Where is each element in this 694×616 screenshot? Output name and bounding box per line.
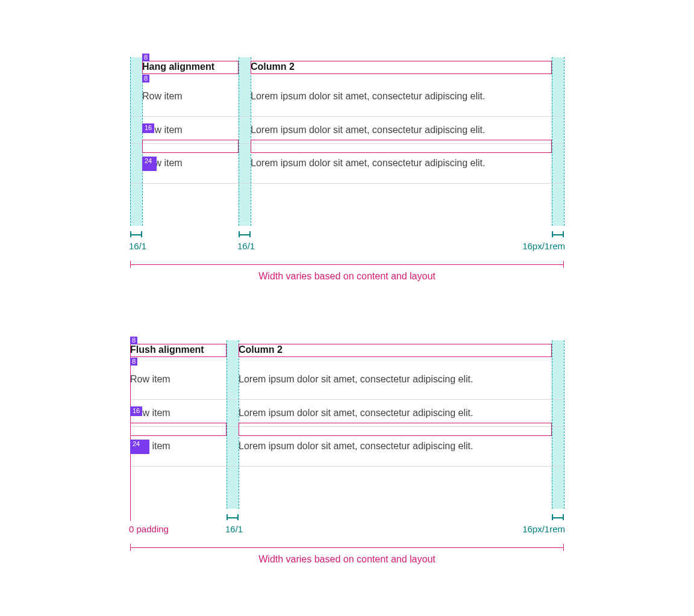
dim-tick <box>130 232 142 238</box>
table-row: Row item Lorem ipsum dolor sit amet, con… <box>130 117 564 145</box>
rail <box>142 57 143 226</box>
width-caption: Width varies based on content and layout <box>130 554 564 565</box>
stage: Hang alignment Column 2 Row item Lorem i… <box>130 57 564 226</box>
table-row: Row item Lorem ipsum dolor sit amet, con… <box>130 427 564 467</box>
cell-col2: Lorem ipsum dolor sit amet, consectetur … <box>239 144 564 183</box>
measure-chip-8: 8 <box>142 75 149 82</box>
dim-label-zero: 0 padding <box>129 524 169 534</box>
dim-label-mid: 16/1 <box>237 241 255 251</box>
cell-col1: Row item <box>130 400 227 427</box>
rail <box>564 340 564 509</box>
measure-chip-24: 24 <box>143 157 154 165</box>
rail <box>130 57 131 226</box>
dim-tick <box>239 232 251 238</box>
table-row: Row item Lorem ipsum dolor sit amet, con… <box>130 144 564 184</box>
dim-tick <box>552 515 564 521</box>
dim-label-right: 16px/1rem <box>522 524 565 534</box>
dim-label-right: 16px/1rem <box>522 241 565 251</box>
measure-chip-8: 8 <box>130 358 137 366</box>
dim-tick <box>552 232 564 238</box>
rail <box>552 57 552 226</box>
measure-chip-24: 24 <box>131 440 142 448</box>
width-caption: Width varies based on content and layout <box>130 271 564 282</box>
col-header-2: Column 2 <box>227 340 564 360</box>
dim-label-mid: 16/1 <box>225 524 243 534</box>
table-row: Row item Lorem ipsum dolor sit amet, con… <box>130 77 564 117</box>
rail <box>239 57 239 226</box>
dim-tick <box>227 515 239 521</box>
stage: Flush alignment Column 2 Row item Lorem … <box>130 340 564 509</box>
rail <box>251 57 251 226</box>
full-width-dim <box>130 262 564 268</box>
table-row: Row item Lorem ipsum dolor sit amet, con… <box>130 400 564 428</box>
cell-col2: Lorem ipsum dolor sit amet, consectetur … <box>227 400 564 427</box>
cell-col2: Lorem ipsum dolor sit amet, consectetur … <box>239 117 564 144</box>
rail <box>239 340 239 509</box>
rail <box>552 340 552 509</box>
flush-alignment-diagram: Flush alignment Column 2 Row item Lorem … <box>130 340 564 509</box>
cell-col2: Lorem ipsum dolor sit amet, consectetur … <box>227 360 564 399</box>
cell-col1: Row item <box>130 77 239 116</box>
table-row: Row item Lorem ipsum dolor sit amet, con… <box>130 360 564 400</box>
full-width-dim <box>130 545 564 551</box>
rail <box>564 57 564 226</box>
data-table: Hang alignment Column 2 Row item Lorem i… <box>130 57 564 184</box>
cell-col1: Row item <box>130 360 227 399</box>
left-zero-guide <box>130 340 131 521</box>
cell-col2: Lorem ipsum dolor sit amet, consectetur … <box>239 77 564 116</box>
cell-col2: Lorem ipsum dolor sit amet, consectetur … <box>227 427 564 466</box>
table-header-row: Hang alignment Column 2 <box>130 57 564 77</box>
rail <box>227 340 227 509</box>
measure-chip-16: 16 <box>131 407 142 415</box>
col-header-1: Flush alignment <box>130 340 227 360</box>
measure-chip-8: 8 <box>130 337 137 344</box>
measure-chip-8: 8 <box>142 54 149 61</box>
hang-alignment-diagram: Hang alignment Column 2 Row item Lorem i… <box>130 57 564 226</box>
col-header-2: Column 2 <box>239 57 564 77</box>
data-table: Flush alignment Column 2 Row item Lorem … <box>130 340 564 467</box>
measure-chip-16: 16 <box>143 124 154 132</box>
dim-label-left: 16/1 <box>129 241 146 251</box>
table-header-row: Flush alignment Column 2 <box>130 340 564 360</box>
